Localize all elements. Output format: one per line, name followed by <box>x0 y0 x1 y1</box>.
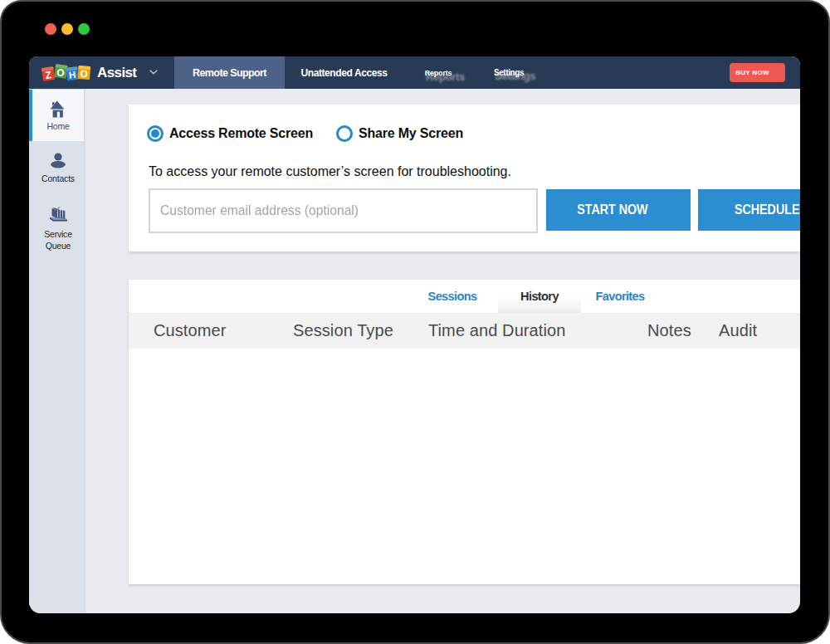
svg-text:O: O <box>80 68 88 80</box>
svg-text:O: O <box>56 66 65 79</box>
svg-text:H: H <box>68 70 76 80</box>
